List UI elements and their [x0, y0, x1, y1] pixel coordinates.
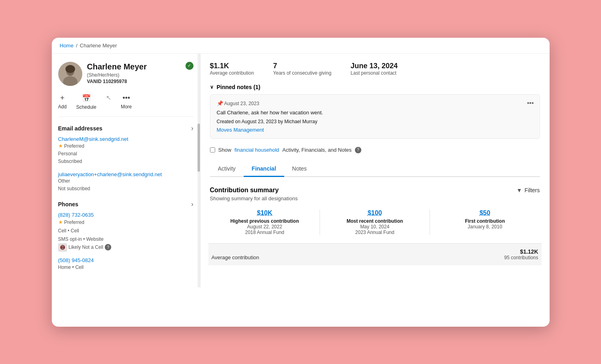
contrib-stat-first: $50 First contribution January 8, 2010: [430, 209, 540, 235]
highest-amount[interactable]: $10K: [214, 209, 316, 217]
contrib-stat-highest: $10K Highest previous contribution Augus…: [210, 209, 320, 235]
avatar: [58, 62, 82, 86]
recent-amount[interactable]: $100: [324, 209, 426, 217]
note-card: 📌 August 23, 2023 Call Charlene, ask her…: [210, 94, 540, 139]
created-by: Michael Murray: [284, 119, 317, 124]
stat-label-2: Last personal contact: [350, 70, 397, 76]
not-cell-badge-icon: 📵: [58, 243, 67, 252]
stat-value-0: $1.1K: [210, 62, 254, 70]
help-icon-1[interactable]: ?: [105, 244, 111, 250]
email-entry-2: juliaeveryaction+charlene@sink.sendgrid.…: [58, 171, 194, 193]
tab-activity[interactable]: Activity: [210, 161, 244, 177]
avg-label: Average contribution: [212, 254, 259, 260]
note-tag[interactable]: Moves Management: [217, 127, 264, 133]
phone-optin-1: SMS opt-in • Website: [58, 236, 104, 242]
email-preferred-1: Preferred: [64, 143, 84, 149]
avg-right: $1.12K 95 contributions: [504, 248, 538, 260]
avg-value: $1.12K: [504, 248, 538, 255]
phone-number-1[interactable]: (828) 732-0635: [58, 212, 94, 218]
email-status-2: Not subscribed: [58, 186, 90, 191]
stat-avg-contribution: $1.1K Average contribution: [210, 62, 254, 76]
stat-years-giving: 7 Years of consecutive giving: [273, 62, 331, 76]
phone-number-2[interactable]: (508) 945-0824: [58, 257, 94, 263]
profile-header: Charlene Meyer (She/Her/Hers) VANID 1102…: [58, 62, 194, 86]
stat-label-0: Average contribution: [210, 70, 254, 76]
email-type-1: Personal: [58, 151, 77, 157]
content-area: Charlene Meyer (She/Her/Hers) VANID 1102…: [52, 54, 550, 288]
not-cell-label: Likely Not a Cell: [69, 243, 104, 251]
email-meta-1: ★ Preferred Personal Subscribed: [58, 142, 194, 166]
stat-label-1: Years of consecutive giving: [273, 70, 331, 76]
phone-entry-1: (828) 732-0635 ★ Preferred Cell • Cell S…: [58, 212, 194, 252]
contribution-summary: Contribution summary ▼ Filters Showing s…: [210, 187, 540, 265]
more-icon: •••: [122, 94, 130, 102]
phones-section-title: Phones: [58, 201, 79, 207]
first-label: First contribution: [434, 218, 536, 224]
note-more-button[interactable]: •••: [527, 100, 534, 107]
recent-sub2: 2023 Annual Fund: [324, 230, 426, 235]
email-section-header: Email addresses ›: [58, 125, 194, 132]
breadcrumb-home[interactable]: Home: [60, 43, 74, 49]
email-status-1: Subscribed: [58, 159, 82, 164]
profile-pronouns: (She/Her/Hers): [87, 72, 181, 78]
action-bar: + Add 📅 Schedule ↖ ••• More: [58, 94, 194, 117]
household-suffix: Activity, Financials, and Notes: [282, 147, 351, 153]
recent-label: Most recent contribution: [324, 218, 426, 224]
email-section-chevron[interactable]: ›: [191, 125, 193, 132]
profile-info: Charlene Meyer (She/Her/Hers) VANID 1102…: [87, 62, 181, 84]
contrib-stat-recent: $100 Most recent contribution May 10, 20…: [320, 209, 430, 235]
email-section: Email addresses › CharleneM@sink.sendgri…: [58, 125, 194, 193]
more-button[interactable]: ••• More: [121, 94, 132, 110]
phone-meta-2: Home • Cell: [58, 263, 194, 271]
pinned-notes-title: Pinned notes (1): [217, 84, 261, 90]
collapse-icon: ∨: [210, 84, 214, 90]
right-panel: $1.1K Average contribution 7 Years of co…: [200, 54, 550, 288]
verified-badge: ✓: [185, 62, 194, 70]
add-button[interactable]: + Add: [58, 94, 67, 110]
avg-sub: 95 contributions: [504, 255, 538, 260]
note-date-text: August 23, 2023: [224, 101, 259, 106]
filter-icon: ▼: [517, 187, 522, 193]
email-entry-1: CharleneM@sink.sendgrid.net ★ Preferred …: [58, 136, 194, 166]
tab-financial[interactable]: Financial: [244, 161, 284, 177]
email-meta-2: Other Not subscribed: [58, 177, 194, 193]
highest-sub2: 2018 Annual Fund: [214, 230, 316, 235]
schedule-button[interactable]: 📅 Schedule: [76, 94, 96, 110]
tabs-row: Activity Financial Notes: [210, 161, 540, 177]
star-icon-1: ★: [58, 143, 63, 149]
first-amount[interactable]: $50: [434, 209, 536, 217]
help-icon-household[interactable]: ?: [355, 147, 361, 153]
created-by-label: by: [278, 119, 283, 124]
avg-contribution-row: Average contribution $1.12K 95 contribut…: [208, 243, 542, 265]
first-sub1: January 8, 2010: [434, 224, 536, 230]
breadcrumb: Home / Charlene Meyer: [52, 38, 550, 54]
contribution-stats: $10K Highest previous contribution Augus…: [210, 209, 540, 235]
phones-section-chevron[interactable]: ›: [191, 201, 193, 208]
profile-vanid: VANID 110295978: [87, 79, 181, 84]
note-date: 📌 August 23, 2023: [217, 100, 533, 106]
left-panel: Charlene Meyer (She/Her/Hers) VANID 1102…: [52, 54, 200, 288]
pinned-notes-header[interactable]: ∨ Pinned notes (1): [210, 84, 540, 90]
contribution-title: Contribution summary: [210, 187, 279, 194]
schedule-label: Schedule: [76, 104, 96, 110]
breadcrumb-current: Charlene Meyer: [80, 43, 117, 49]
pinned-notes-section: ∨ Pinned notes (1) 📌 August 23, 2023 Cal…: [210, 84, 540, 139]
scrollbar-thumb[interactable]: [198, 124, 200, 172]
household-link[interactable]: financial household: [234, 147, 279, 153]
stats-row: $1.1K Average contribution 7 Years of co…: [210, 62, 540, 76]
filters-button[interactable]: ▼ Filters: [517, 187, 540, 193]
household-checkbox[interactable]: [210, 147, 215, 153]
created-label: Created: [217, 119, 234, 124]
tab-notes[interactable]: Notes: [284, 161, 315, 177]
phones-section-header: Phones ›: [58, 201, 194, 208]
phone-preferred-1: Preferred: [64, 220, 84, 225]
contribution-header: Contribution summary ▼ Filters: [210, 187, 540, 194]
email-address-1[interactable]: CharleneM@sink.sendgrid.net: [58, 136, 128, 142]
email-address-2[interactable]: juliaeveryaction+charlene@sink.sendgrid.…: [58, 171, 162, 177]
schedule-icon: 📅: [82, 94, 91, 103]
profile-name: Charlene Meyer: [87, 62, 181, 71]
household-show-label: Show: [218, 147, 232, 153]
household-row: Show financial household Activity, Finan…: [210, 147, 540, 153]
showing-label: Showing summary for all designations: [210, 195, 540, 201]
phones-section: Phones › (828) 732-0635 ★ Preferred Cell…: [58, 201, 194, 271]
